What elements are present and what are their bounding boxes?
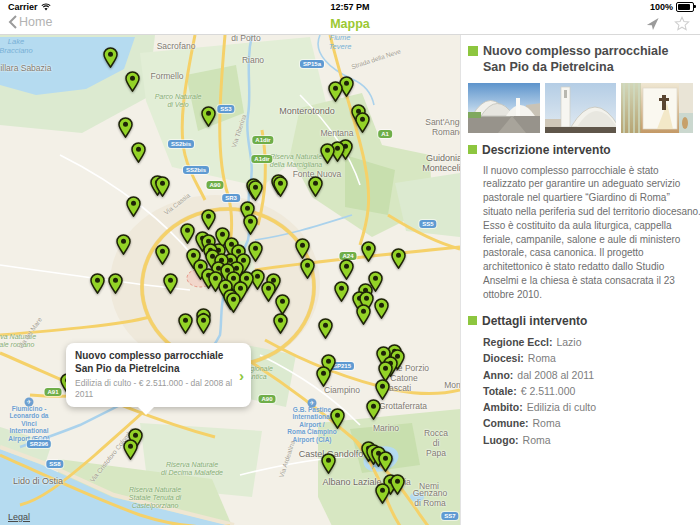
details-list: Regione Eccl:Lazio Diocesi:Roma Anno:dal… [483, 334, 693, 448]
battery-percent: 100% [650, 2, 673, 12]
locate-arrow-icon[interactable] [645, 16, 660, 31]
map-callout[interactable]: Nuovo complesso parrocchiale San Pio da … [66, 343, 251, 407]
map-pin[interactable] [295, 238, 310, 259]
callout-disclosure-chevron-icon[interactable]: › [239, 367, 244, 384]
battery-icon [676, 2, 694, 12]
map-pin[interactable] [90, 273, 105, 294]
map-pin[interactable] [116, 234, 131, 255]
photo-church-tower[interactable] [545, 83, 617, 133]
app-window: Carrier 12:57 PM 100% Home Mappa [0, 0, 700, 525]
callout-title: Nuovo complesso parrocchiale San Pio da … [75, 350, 233, 375]
green-bullet-icon [468, 145, 477, 154]
detail-panel: Nuovo complesso parrocchiale San Pio da … [460, 35, 700, 525]
map[interactable]: Lake BraccianoAnguillara SabaziaSacrofan… [0, 35, 460, 525]
map-pin[interactable] [125, 71, 140, 92]
map-pin[interactable] [155, 244, 170, 265]
map-pin[interactable] [196, 313, 211, 334]
map-pin[interactable] [103, 47, 118, 68]
map-pin[interactable] [243, 214, 258, 235]
favorite-star-icon[interactable] [674, 16, 690, 31]
map-pin[interactable] [275, 294, 290, 315]
photo-church-exterior[interactable] [468, 83, 540, 133]
map-pin[interactable] [201, 209, 216, 230]
photo-church-interior[interactable] [621, 83, 693, 133]
map-pin[interactable] [318, 318, 333, 339]
map-pin[interactable] [131, 142, 146, 163]
clock: 12:57 PM [0, 2, 700, 12]
navigation-bar: Home Mappa [0, 15, 700, 35]
detail-title: Nuovo complesso parrocchiale San Pio da … [483, 44, 693, 75]
map-pin[interactable] [180, 223, 195, 244]
map-pin[interactable] [339, 259, 354, 280]
map-pin[interactable] [361, 241, 376, 262]
detail-row: Anno:dal 2008 al 2011 [483, 367, 693, 383]
green-bullet-icon [468, 316, 477, 325]
green-bullet-icon [468, 46, 478, 56]
detail-row: Diocesi:Roma [483, 350, 693, 366]
detail-row: Totale:€ 2.511.000 [483, 383, 693, 399]
map-pin[interactable] [378, 451, 393, 472]
map-pin[interactable] [330, 408, 345, 429]
callout-subtitle: Edilizia di culto - € 2.511.000 - dal 20… [75, 378, 233, 400]
map-pin[interactable] [328, 81, 343, 102]
detail-row: Regione Eccl:Lazio [483, 334, 693, 350]
map-pin[interactable] [226, 292, 241, 313]
map-pin[interactable] [375, 379, 390, 400]
map-pin[interactable] [308, 176, 323, 197]
detail-row: Luogo:Roma [483, 432, 693, 448]
map-pin[interactable] [248, 180, 263, 201]
map-pin[interactable] [261, 281, 276, 302]
map-pin[interactable] [375, 483, 390, 504]
map-pin[interactable] [334, 281, 349, 302]
map-pin[interactable] [108, 273, 123, 294]
description-text: Il nuovo complesso parrocchiale è stato … [483, 164, 700, 302]
map-pin[interactable] [123, 439, 138, 460]
map-pin[interactable] [374, 298, 389, 319]
details-header: Dettagli intervento [482, 314, 587, 328]
description-header: Descrizione intervento [482, 143, 611, 157]
map-pin[interactable] [316, 366, 331, 387]
detail-row: Comune:Roma [483, 415, 693, 431]
map-pin[interactable] [356, 304, 371, 325]
map-pin[interactable] [163, 273, 178, 294]
map-pin[interactable] [355, 112, 370, 133]
photo-strip [468, 83, 693, 133]
map-pin[interactable] [321, 453, 336, 474]
map-pin[interactable] [391, 248, 406, 269]
map-pin[interactable] [201, 106, 216, 127]
map-pin[interactable] [273, 313, 288, 334]
page-title: Mappa [0, 17, 700, 31]
map-pin[interactable] [300, 258, 315, 279]
map-pin[interactable] [155, 176, 170, 197]
detail-row: Ambito:Edilizia di culto [483, 399, 693, 415]
map-pin[interactable] [273, 176, 288, 197]
status-bar: Carrier 12:57 PM 100% [0, 0, 700, 15]
map-pin[interactable] [390, 474, 405, 495]
map-pin[interactable] [118, 117, 133, 138]
legal-link[interactable]: Legal [8, 512, 30, 522]
map-pin[interactable] [126, 196, 141, 217]
map-pin[interactable] [366, 399, 381, 420]
map-pin[interactable] [178, 313, 193, 334]
map-pin[interactable] [320, 143, 335, 164]
